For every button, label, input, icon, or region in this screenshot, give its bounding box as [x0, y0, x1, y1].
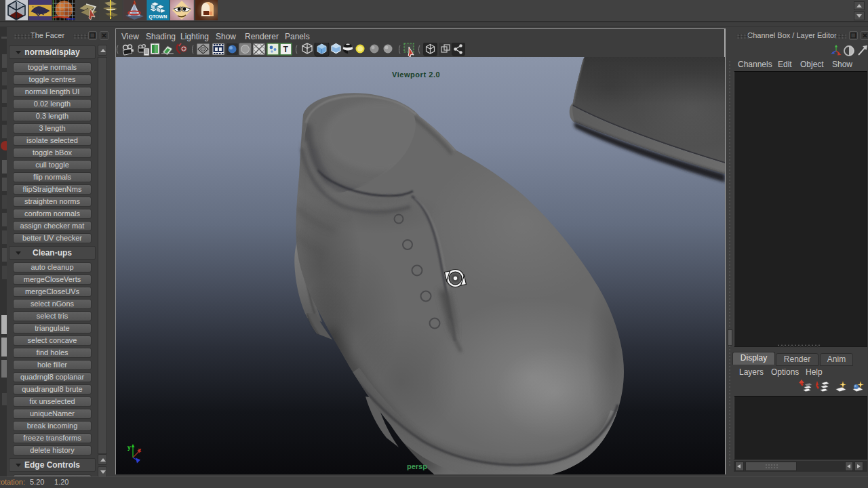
- svg-text:x: x: [138, 447, 142, 453]
- svg-text:T: T: [283, 45, 289, 54]
- svg-text:y: y: [127, 444, 131, 451]
- svg-text:persp: persp: [407, 462, 427, 470]
- svg-text:QTOWN: QTOWN: [149, 14, 167, 20]
- svg-text:Viewport 2.0: Viewport 2.0: [392, 70, 440, 79]
